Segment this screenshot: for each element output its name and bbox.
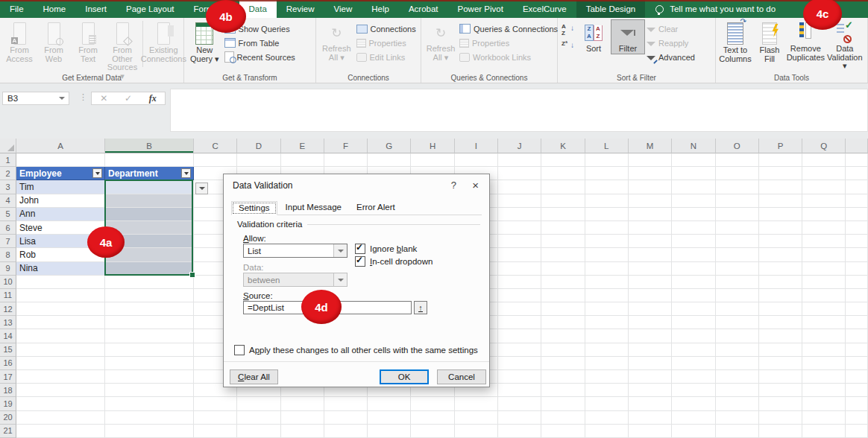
close-icon[interactable]: × <box>472 179 479 191</box>
cell-M19[interactable] <box>629 397 672 410</box>
column-header-A[interactable]: A <box>16 139 105 153</box>
column-header-C[interactable]: C <box>194 139 237 153</box>
cell-P5[interactable] <box>759 208 802 221</box>
clear-filter-button[interactable]: Clear <box>645 22 696 36</box>
cell-P21[interactable] <box>759 425 802 438</box>
cell-D21[interactable] <box>237 425 280 438</box>
cell-B4[interactable] <box>105 194 194 208</box>
cell-F1[interactable] <box>324 153 368 167</box>
cell-L6[interactable] <box>585 221 629 235</box>
cell-O12[interactable] <box>716 302 759 316</box>
cell-O18[interactable] <box>716 384 759 397</box>
cell-J19[interactable] <box>498 397 541 410</box>
ignore-blank-checkbox[interactable] <box>355 244 365 254</box>
cell-N8[interactable] <box>672 248 715 261</box>
cell-B9[interactable] <box>105 262 194 276</box>
cell-L7[interactable] <box>585 235 629 248</box>
row-header-18[interactable]: 18 <box>0 384 16 397</box>
cell-J10[interactable] <box>498 276 541 289</box>
cell-M4[interactable] <box>629 194 672 208</box>
tab-home[interactable]: Home <box>34 0 76 18</box>
cell-I1[interactable] <box>455 153 498 167</box>
cell-K18[interactable] <box>541 384 585 397</box>
column-header-F[interactable]: F <box>324 139 368 153</box>
cell-L13[interactable] <box>585 316 629 329</box>
cell-G21[interactable] <box>368 425 411 438</box>
cell-B16[interactable] <box>105 357 194 370</box>
column-header-N[interactable]: N <box>672 139 715 153</box>
tab-error-alert[interactable]: Error Alert <box>350 201 402 215</box>
row-header-13[interactable]: 13 <box>0 316 16 329</box>
cell-G20[interactable] <box>368 411 411 425</box>
cell-A1[interactable] <box>16 153 105 167</box>
cell-A5[interactable]: Ann <box>16 208 105 221</box>
properties-button-2[interactable]: Properties <box>458 36 559 50</box>
cell-C21[interactable] <box>194 425 237 438</box>
cell-B12[interactable] <box>105 302 194 316</box>
sort-z-to-a-button[interactable] <box>560 39 575 54</box>
cell-P6[interactable] <box>759 221 802 235</box>
cell-B10[interactable] <box>105 276 194 289</box>
cell-M21[interactable] <box>629 425 672 438</box>
cell-L4[interactable] <box>585 194 629 208</box>
cell-E21[interactable] <box>281 425 324 438</box>
cell-N13[interactable] <box>672 316 715 329</box>
cell-Q15[interactable] <box>802 343 846 357</box>
cell-A13[interactable] <box>16 316 105 329</box>
row-header-4[interactable]: 4 <box>0 194 16 208</box>
recent-sources-button[interactable]: Recent Sources <box>223 50 297 64</box>
cell-H1[interactable] <box>411 153 454 167</box>
cell-L12[interactable] <box>585 302 629 316</box>
cell-L9[interactable] <box>585 262 629 276</box>
cell-J9[interactable] <box>498 262 541 276</box>
edit-links-button[interactable]: Edit Links <box>355 50 418 64</box>
sort-a-to-z-button[interactable] <box>560 22 575 37</box>
apply-changes-checkbox[interactable] <box>234 345 245 355</box>
cell-O11[interactable] <box>716 289 759 302</box>
cell-N3[interactable] <box>672 180 715 194</box>
cell-N19[interactable] <box>672 397 715 410</box>
cell-K5[interactable] <box>541 208 585 221</box>
cell-N18[interactable] <box>672 384 715 397</box>
filter-dropdown-button-A2[interactable] <box>92 168 102 178</box>
from-access-button[interactable]: From Access <box>2 19 37 64</box>
row-header-14[interactable]: 14 <box>0 329 16 343</box>
cell-N17[interactable] <box>672 370 715 384</box>
tab-view[interactable]: View <box>324 0 362 18</box>
cell-A15[interactable] <box>16 343 105 357</box>
cell-Q6[interactable] <box>802 221 846 235</box>
cell-N15[interactable] <box>672 343 715 357</box>
cell-N5[interactable] <box>672 208 715 221</box>
cell-O21[interactable] <box>716 425 759 438</box>
column-header-H[interactable]: H <box>411 139 454 153</box>
cell-M20[interactable] <box>629 411 672 425</box>
apply-changes-row[interactable]: Apply these changes to all other cells w… <box>234 345 478 355</box>
cell-B18[interactable] <box>105 384 194 397</box>
cell-J11[interactable] <box>498 289 541 302</box>
cell-M16[interactable] <box>629 357 672 370</box>
cell-N21[interactable] <box>672 425 715 438</box>
cell-O20[interactable] <box>716 411 759 425</box>
cell-O13[interactable] <box>716 316 759 329</box>
cell-O19[interactable] <box>716 397 759 410</box>
cell-A18[interactable] <box>16 384 105 397</box>
cell-Q16[interactable] <box>802 357 846 370</box>
tab-settings[interactable]: Settings <box>231 201 277 215</box>
cell-P4[interactable] <box>759 194 802 208</box>
cell-Q12[interactable] <box>802 302 846 316</box>
help-icon[interactable]: ? <box>451 180 456 191</box>
cell-D1[interactable] <box>237 153 280 167</box>
cell-J17[interactable] <box>498 370 541 384</box>
collapse-dialog-button[interactable]: ↑ <box>414 301 427 314</box>
cell-O16[interactable] <box>716 357 759 370</box>
cell-Q5[interactable] <box>802 208 846 221</box>
cell-O7[interactable] <box>716 235 759 248</box>
cell-Q3[interactable] <box>802 180 846 194</box>
cell-M18[interactable] <box>629 384 672 397</box>
cell-J3[interactable] <box>498 180 541 194</box>
cell-K21[interactable] <box>541 425 585 438</box>
cell-O9[interactable] <box>716 262 759 276</box>
cell-Q1[interactable] <box>802 153 846 167</box>
cell-L19[interactable] <box>585 397 629 410</box>
cell-Q21[interactable] <box>802 425 846 438</box>
